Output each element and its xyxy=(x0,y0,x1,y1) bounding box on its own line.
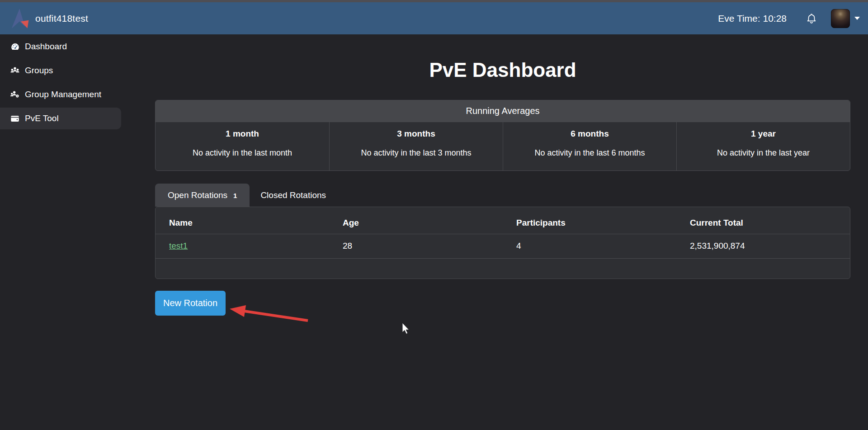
running-averages-header: Running Averages xyxy=(156,100,850,122)
rotation-age-cell: 28 xyxy=(329,234,503,259)
open-rotations-count-badge: 1 xyxy=(233,192,237,199)
rotations-tabs: Open Rotations 1 Closed Rotations xyxy=(155,184,850,207)
users-gear-icon xyxy=(10,90,20,99)
table-row: test1 28 4 2,531,900,874 xyxy=(156,234,850,259)
sidebar-item-label: PvE Tool xyxy=(25,113,59,123)
open-rotations-panel: Name Age Participants Current Total test… xyxy=(155,207,850,279)
sidebar-item-label: Dashboard xyxy=(25,42,67,52)
alliance-auth-logo-icon xyxy=(10,7,31,30)
column-header-participants: Participants xyxy=(503,207,676,234)
notifications-bell-icon[interactable] xyxy=(806,13,817,24)
tab-closed-rotations[interactable]: Closed Rotations xyxy=(250,184,337,207)
sidebar-item-group-management[interactable]: Group Management xyxy=(0,84,121,105)
table-header-row: Name Age Participants Current Total xyxy=(156,207,850,234)
average-column-3-months: 3 months No activity in the last 3 month… xyxy=(329,122,503,170)
sidebar-item-groups[interactable]: Groups xyxy=(0,60,121,81)
navbar-right-group: Eve Time: 10:28 xyxy=(718,9,860,28)
tab-label: Open Rotations xyxy=(168,190,227,200)
average-period-label: 3 months xyxy=(330,129,503,139)
new-rotation-button[interactable]: New Rotation xyxy=(155,291,226,316)
column-header-name: Name xyxy=(156,207,329,234)
page-title: PvE Dashboard xyxy=(155,59,850,81)
column-header-age: Age xyxy=(329,207,503,234)
brand-link[interactable]: outfit418test xyxy=(10,7,88,30)
tab-open-rotations[interactable]: Open Rotations 1 xyxy=(155,184,250,207)
sidebar-item-pve-tool[interactable]: PvE Tool xyxy=(0,108,121,129)
average-period-label: 1 year xyxy=(677,129,850,139)
average-column-1-year: 1 year No activity in the last year xyxy=(676,122,850,170)
column-header-current-total: Current Total xyxy=(676,207,850,234)
average-status-text: No activity in the last 3 months xyxy=(330,148,503,158)
sidebar-item-label: Groups xyxy=(25,66,53,76)
average-status-text: No activity in the last month xyxy=(156,148,329,158)
brand-title: outfit418test xyxy=(35,13,88,24)
user-menu-caret-down-icon[interactable] xyxy=(854,17,860,20)
sidebar-item-dashboard[interactable]: Dashboard xyxy=(0,36,121,57)
average-status-text: No activity in the last year xyxy=(677,148,850,158)
rotation-participants-cell: 4 xyxy=(503,234,676,259)
main-content: PvE Dashboard Running Averages 1 month N… xyxy=(121,34,868,430)
average-status-text: No activity in the last 6 months xyxy=(503,148,676,158)
top-navbar: outfit418test Eve Time: 10:28 xyxy=(0,2,868,34)
running-averages-body: 1 month No activity in the last month 3 … xyxy=(156,122,850,170)
rotation-current-total-cell: 2,531,900,874 xyxy=(676,234,850,259)
eve-time-label: Eve Time: 10:28 xyxy=(718,13,787,24)
average-column-1-month: 1 month No activity in the last month xyxy=(156,122,329,170)
average-column-6-months: 6 months No activity in the last 6 month… xyxy=(503,122,676,170)
tab-label: Closed Rotations xyxy=(260,190,326,200)
wallet-icon xyxy=(10,113,20,123)
rotations-table: Name Age Participants Current Total test… xyxy=(156,207,850,259)
average-period-label: 1 month xyxy=(156,129,329,139)
sidebar-item-label: Group Management xyxy=(25,90,101,99)
sidebar: Dashboard Groups xyxy=(0,34,121,430)
rotation-name-link[interactable]: test1 xyxy=(169,241,188,250)
average-period-label: 6 months xyxy=(503,129,676,139)
users-icon xyxy=(10,66,20,76)
user-avatar[interactable] xyxy=(831,9,850,28)
dashboard-gauge-icon xyxy=(10,42,20,52)
running-averages-card: Running Averages 1 month No activity in … xyxy=(155,100,850,171)
